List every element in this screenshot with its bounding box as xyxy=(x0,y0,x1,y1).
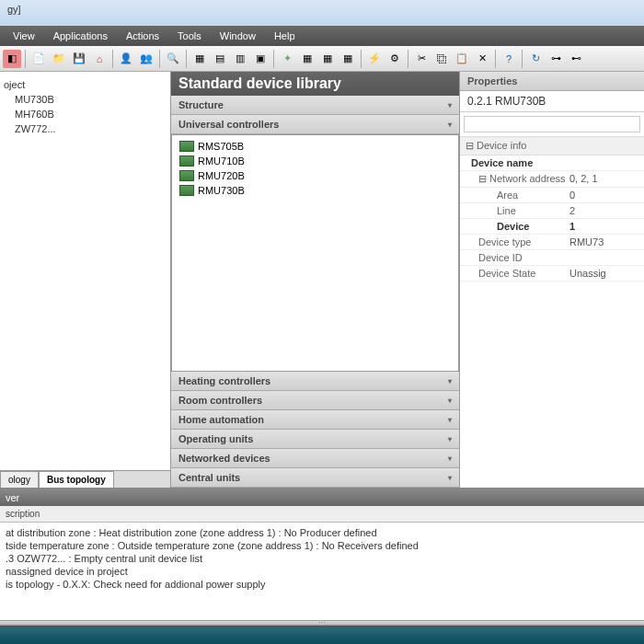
menu-tools[interactable]: Tools xyxy=(168,28,211,44)
chevron-down-icon: ▾ xyxy=(448,435,452,443)
menu-help[interactable]: Help xyxy=(265,28,305,44)
tool-icon[interactable]: ▦ xyxy=(190,50,209,68)
tree-root[interactable]: oject xyxy=(4,77,167,92)
project-tree[interactable]: oject MU730B MH760B ZW772... xyxy=(0,72,170,470)
log-line: at distribution zone : Heat distribution… xyxy=(6,526,638,539)
device-label: RMU710B xyxy=(198,155,245,167)
cut-icon[interactable]: ✂ xyxy=(412,50,431,68)
project-tree-pane: oject MU730B MH760B ZW772... ology Bus t… xyxy=(0,72,171,488)
tool-icon[interactable]: 👤 xyxy=(117,50,135,68)
prop-key: Device ID xyxy=(460,252,566,263)
section-universal-controllers[interactable]: Universal controllers▾ xyxy=(171,115,459,134)
chevron-down-icon: ▾ xyxy=(448,416,452,424)
menu-applications[interactable]: Applications xyxy=(44,28,117,44)
log-line: is topology - 0.X.X: Check need for addi… xyxy=(6,578,638,591)
section-label: Universal controllers xyxy=(178,119,279,130)
properties-search[interactable] xyxy=(464,116,640,132)
tool-icon[interactable]: ▤ xyxy=(211,50,229,68)
tool-icon[interactable]: 📄 xyxy=(29,50,48,68)
section-room[interactable]: Room controllers▾ xyxy=(171,391,459,410)
prop-value[interactable]: 2 xyxy=(566,205,644,216)
device-icon xyxy=(179,170,194,181)
tool-icon[interactable]: ⚙ xyxy=(385,50,404,68)
section-home-automation[interactable]: Home automation▾ xyxy=(171,410,459,430)
prop-value xyxy=(566,252,644,263)
section-label: Structure xyxy=(178,99,224,110)
section-label: Home automation xyxy=(178,414,264,425)
tool-icon[interactable]: 📁 xyxy=(50,50,68,68)
chevron-down-icon: ▾ xyxy=(448,454,452,463)
device-label: RMU730B xyxy=(198,185,245,196)
tool-icon[interactable]: 🔍 xyxy=(164,50,182,68)
device-list[interactable]: RMS705B RMU710B RMU720B RMU730B xyxy=(171,134,459,372)
tool-icon[interactable]: ⌂ xyxy=(90,50,109,68)
section-central-units[interactable]: Central units▾ xyxy=(171,468,459,488)
title-text: gy] xyxy=(7,4,21,15)
tool-icon[interactable]: ⊷ xyxy=(567,50,585,68)
section-heating[interactable]: Heating controllers▾ xyxy=(171,372,459,391)
section-label: Networked devices xyxy=(178,453,270,464)
menu-actions[interactable]: Actions xyxy=(117,28,168,44)
prop-value[interactable]: 0 xyxy=(566,190,644,201)
tool-icon[interactable]: ▦ xyxy=(339,50,357,68)
chevron-down-icon: ▾ xyxy=(448,377,452,385)
chevron-down-icon: ▾ xyxy=(448,474,452,482)
properties-grid: ⊟ Device info Device name ⊟ Network addr… xyxy=(460,136,644,488)
section-structure[interactable]: Structure▾ xyxy=(171,96,459,115)
menu-view[interactable]: View xyxy=(4,28,44,44)
prop-value: RMU73 xyxy=(566,236,644,247)
prop-value[interactable] xyxy=(566,157,644,168)
menu-window[interactable]: Window xyxy=(211,28,265,44)
tool-icon[interactable]: ◧ xyxy=(3,50,21,68)
tool-icon[interactable]: ▥ xyxy=(231,50,249,68)
tool-icon[interactable]: 💾 xyxy=(70,50,88,68)
prop-key: Area xyxy=(460,190,566,201)
log-line: .3 OZW772... : Empty central unit device… xyxy=(6,552,638,565)
tree-item[interactable]: MU730B xyxy=(4,92,167,107)
section-label: Room controllers xyxy=(178,395,262,406)
paste-icon[interactable]: 📋 xyxy=(453,50,471,68)
tree-item[interactable]: ZW772... xyxy=(4,121,167,136)
device-item[interactable]: RMU730B xyxy=(176,183,454,198)
section-label: Heating controllers xyxy=(178,375,270,386)
tool-icon[interactable]: ▦ xyxy=(318,50,337,68)
tool-icon[interactable]: ⊶ xyxy=(546,50,565,68)
prop-key: Device type xyxy=(460,236,566,247)
delete-icon[interactable]: ✕ xyxy=(473,50,491,68)
section-operating-units[interactable]: Operating units▾ xyxy=(171,430,459,449)
output-panel: ver scription at distribution zone : Hea… xyxy=(0,488,644,626)
tab-topology[interactable]: ology xyxy=(0,471,39,488)
os-taskbar[interactable] xyxy=(0,627,644,644)
prop-value[interactable]: 0, 2, 1 xyxy=(566,173,644,185)
device-icon xyxy=(179,155,194,167)
output-header: ver xyxy=(0,489,644,506)
prop-value: Unassig xyxy=(566,268,644,279)
device-label: RMS705B xyxy=(198,141,244,152)
tool-icon[interactable]: ⚡ xyxy=(365,50,384,68)
tab-bus-topology[interactable]: Bus topology xyxy=(39,471,114,488)
prop-key: Device xyxy=(460,221,566,232)
tree-item[interactable]: MH760B xyxy=(4,107,167,121)
device-item[interactable]: RMU710B xyxy=(176,154,454,168)
prop-key: Device State xyxy=(460,268,566,279)
device-item[interactable]: RMS705B xyxy=(176,139,454,154)
tree-tabs: ology Bus topology xyxy=(0,470,170,488)
log-area[interactable]: at distribution zone : Heat distribution… xyxy=(0,523,644,620)
tool-icon[interactable]: 👥 xyxy=(137,50,155,68)
tool-icon[interactable]: ▦ xyxy=(298,50,316,68)
tool-icon[interactable]: ✦ xyxy=(278,50,296,68)
toolbar: ◧ 📄 📁 💾 ⌂ 👤 👥 🔍 ▦ ▤ ▥ ▣ ✦ ▦ ▦ ▦ ⚡ ⚙ ✂ ⿻ … xyxy=(0,46,644,72)
log-line: nassigned device in project xyxy=(6,565,638,578)
device-item[interactable]: RMU720B xyxy=(176,168,454,183)
section-label: Operating units xyxy=(178,433,253,444)
help-icon[interactable]: ? xyxy=(500,50,518,68)
properties-device-path: 0.2.1 RMU730B xyxy=(460,91,644,112)
tool-icon[interactable]: ▣ xyxy=(251,50,270,68)
copy-icon[interactable]: ⿻ xyxy=(432,50,451,68)
device-icon xyxy=(179,141,194,152)
prop-value[interactable]: 1 xyxy=(566,221,644,232)
prop-section-device-info[interactable]: ⊟ Device info xyxy=(460,136,644,155)
device-library-pane: Standard device library Structure▾ Unive… xyxy=(171,72,460,488)
refresh-icon[interactable]: ↻ xyxy=(526,50,545,68)
section-networked[interactable]: Networked devices▾ xyxy=(171,449,459,468)
